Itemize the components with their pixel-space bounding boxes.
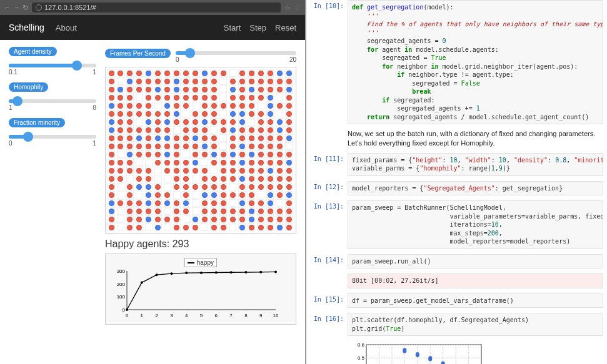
grid-cell [108,126,115,134]
agent-red [286,217,292,222]
grid-cell [248,69,255,77]
agent-red [109,184,114,190]
grid-cell [210,118,218,125]
star-icon[interactable]: ☆ [284,4,291,12]
cell-input[interactable]: df = param_sweep.get_model_vars_datafram… [348,293,603,308]
agent-red [239,152,245,157]
slider-minority[interactable]: Fraction minority 01 [9,117,96,147]
start-button[interactable]: Start [224,23,241,32]
grid-cell [219,110,227,117]
agent-red [146,144,151,149]
forward-icon[interactable]: → [13,4,20,12]
grid-cell [173,77,181,85]
cell-prompt: In [12]: [310,181,348,196]
grid-cell [285,69,293,77]
agent-red [239,127,245,133]
cell-input[interactable]: param_sweep = BatchRunner(SchellingModel… [348,200,603,249]
grid-cell [183,224,190,231]
grid-cell [117,134,124,142]
agent-red [258,144,264,149]
grid-cell [192,142,199,150]
agent-red [174,71,179,76]
grid-cell [276,191,283,199]
agent-red [193,79,198,84]
cell-input[interactable]: param_sweep.run_all() [348,254,603,269]
grid-cell [248,94,255,101]
address-bar[interactable]: 127.0.0.1:8521/# [32,2,281,12]
menu-icon[interactable]: ⋮ [294,4,301,12]
agent-blue [164,200,170,206]
grid-cell [126,86,134,93]
slider-homophily[interactable]: Homophily 18 [9,82,96,111]
agent-red [286,152,292,157]
agent-blue [146,119,151,125]
grid-cell [108,215,115,223]
grid-cell [276,183,283,190]
grid-cell [145,110,153,117]
svg-point-22 [200,272,203,274]
grid-cell [126,159,134,166]
grid-cell [117,167,124,174]
cell-input[interactable]: fixed_params = {"height": 10, "width": 1… [348,153,603,176]
agent-red [268,119,273,125]
agent-blue [268,168,273,174]
grid-cell [117,159,124,166]
grid-cell [276,126,283,134]
grid-cell [248,118,255,125]
cell-input[interactable]: plt.scatter(df.homophily, df.Segregated_… [348,313,603,336]
grid-cell [192,126,199,134]
agent-red [146,168,151,174]
grid-cell [136,134,143,142]
grid-cell [108,150,115,158]
grid-cell [108,199,115,207]
grid-cell [257,175,264,182]
reset-button[interactable]: Reset [275,23,296,32]
back-icon[interactable]: ← [4,4,11,12]
slider-density[interactable]: Agent density 0.11 [9,46,96,76]
grid-cell [210,159,218,166]
grid-cell [145,199,153,207]
grid-cell [219,183,227,190]
agent-red [211,200,217,206]
agent-red [183,176,189,182]
agent-red [258,200,264,206]
fps-slider[interactable]: 020 [176,46,296,63]
happy-agents-text: Happy agents: 293 [105,239,296,250]
agent-red [109,95,114,101]
grid-cell [201,224,208,231]
agent-red [164,217,170,222]
agent-red [146,79,151,84]
grid-cell [145,126,153,134]
grid-cell [136,118,143,125]
agent-blue [268,95,273,101]
agent-red [221,217,226,222]
agent-red [118,71,123,76]
grid-cell [183,94,190,101]
agent-red [258,209,264,214]
grid-cell [154,215,162,223]
reload-icon[interactable]: ↻ [23,4,28,12]
agent-red [277,160,283,165]
grid-cell [266,175,274,182]
grid-cell [108,118,115,125]
grid-cell [117,77,124,85]
grid-cell [285,142,293,150]
grid-cell [219,69,227,77]
agent-red [155,200,161,206]
brand[interactable]: Schelling [9,22,44,32]
nav-about[interactable]: About [56,23,77,32]
agent-red [277,87,283,92]
cell-input[interactable]: model_reporters = {"Segregated_Agents": … [348,181,603,196]
grid-cell [276,207,283,215]
grid-cell [126,102,134,109]
grid-cell [173,207,181,215]
grid-cell [126,167,134,174]
agent-blue [249,87,254,92]
grid-cell [183,77,190,85]
grid-cell [183,207,190,215]
grid-cell [219,207,227,215]
step-button[interactable]: Step [249,23,266,32]
agent-blue [155,87,161,92]
agent-blue [127,79,133,84]
cell-input[interactable]: def get_segregation(model): ''' Find the… [348,0,603,124]
